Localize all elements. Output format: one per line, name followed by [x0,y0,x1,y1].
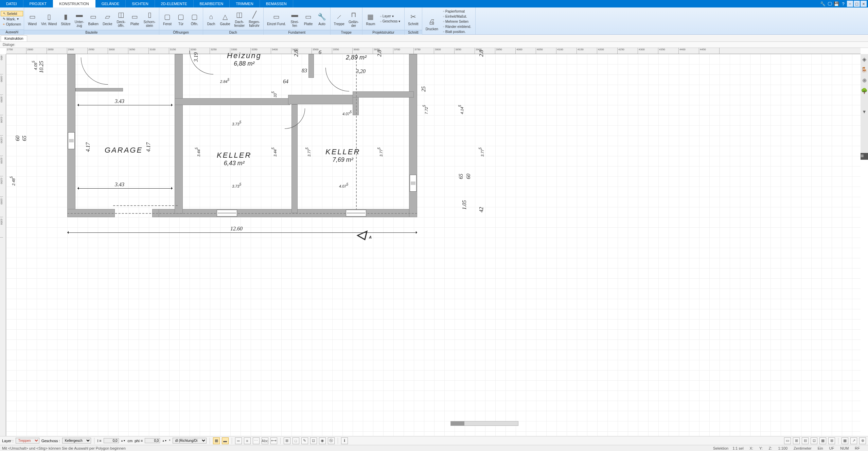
view6-icon[interactable]: ⊞ [828,437,835,444]
virtwand-button[interactable]: ▯Virt. Wand [39,8,59,29]
dachfenster-button[interactable]: ◫Dach-fenster [232,8,247,29]
line2-icon[interactable]: ≡ [244,437,251,444]
wand-button[interactable]: ▭Wand [25,8,39,29]
north-icon[interactable]: Ⓝ [328,437,335,444]
drucken-button[interactable]: 🖨Drucken [424,14,440,35]
sttze-button[interactable]: ▮Stütze [59,8,72,29]
tab-gelände[interactable]: GELÄNDE [95,0,126,7]
streifen-button[interactable]: ▬Strei-fen [288,8,302,29]
auto-button[interactable]: 🔧Auto [315,8,329,29]
length-input[interactable] [104,438,119,443]
mark-button[interactable]: ✎ Mark. ▾ [1,17,23,21]
view1-icon[interactable]: ▭ [784,437,791,444]
layer-select[interactable]: Treppen [16,438,39,444]
dim: 60 [15,136,21,141]
line1-icon[interactable]: ═ [235,437,242,444]
mehrereseiten-button[interactable]: ▫ Mehrere Seiten [441,19,473,24]
save-icon[interactable]: 💾 [833,1,839,7]
hatch-icon[interactable]: ▦ [213,437,220,444]
tab-datei[interactable]: DATEI [0,0,23,7]
help-icon[interactable]: ? [840,1,846,7]
ffn-button[interactable]: ▢Öffn. [188,8,201,29]
minimize-icon[interactable]: − [847,1,853,7]
regenfallrohr-button[interactable]: ╱Regen-fallrohr [247,8,262,29]
dimline [77,105,173,105]
view4-icon[interactable]: ⊡ [811,437,817,444]
snap1-icon[interactable]: ⊡ [310,437,317,444]
line3-icon[interactable]: ⋯ [253,437,260,444]
tree-icon[interactable]: 🌳 [861,88,868,94]
workspace: 2750280028502900295030003050310031503200… [0,48,868,436]
balken-button[interactable]: ▭Balken [86,8,101,29]
tool-icon[interactable]: 🔧 [820,1,826,7]
dach-button[interactable]: ⌂Dach [205,8,218,29]
gelnder-button[interactable]: ⊓Gelän-der [347,8,361,29]
view2-icon[interactable]: ⊞ [793,437,800,444]
selekt-button[interactable]: ↖ Selekt [1,11,23,16]
dim-icon[interactable]: ⟷ [270,437,277,444]
opt1-icon[interactable]: ▦ [842,437,848,444]
bottom-toolbar: Layer : Treppen Geschoss : Kellergesch l… [0,436,868,445]
snap2-icon[interactable]: ◉ [319,437,326,444]
deckffn-button[interactable]: ◫Deck-öffn. [114,8,128,29]
horizontal-scrollbar[interactable] [450,421,518,426]
schornstein-button[interactable]: ▯Schorn-stein [142,8,158,29]
decke-button[interactable]: ▱Decke [101,8,114,29]
blattposition-button[interactable]: ▫ Blatt position. [441,29,473,34]
room-technik: 2,89 m² [346,54,367,61]
tab-bemassen[interactable]: BEMASSEN [260,0,293,7]
drawing-canvas[interactable]: Heizung6,88 m² GARAGE KELLER6,43 m² KELL… [6,54,861,436]
einheitmast-button[interactable]: ▫ Einheit/Maßst. [441,14,473,19]
geschoss-button[interactable]: ▫ Geschoss ▾ [378,19,402,24]
geschoss-select[interactable]: Kellergesch [62,438,91,444]
tab-bearbeiten[interactable]: BEARBEITEN [194,0,230,7]
papierformat-button[interactable]: ▫ Papierformat [441,9,473,14]
fill-icon[interactable]: ▬ [222,437,229,444]
schnitt-button[interactable]: ✂Schnitt [406,8,421,29]
text-icon[interactable]: Abc [262,437,268,444]
collapse-icon[interactable]: ▾ [863,108,866,115]
fenst-button[interactable]: ▢Fenst [161,8,174,29]
einzelfund-button[interactable]: ▭Einzel Fund. [265,8,288,29]
layer-button[interactable]: ▫ Layer ▾ [378,14,402,19]
target-icon[interactable]: ⊕ [862,77,867,84]
close-icon[interactable]: × [861,1,867,7]
grid2-icon[interactable]: □ [293,437,299,444]
dim: 2.8 [293,50,299,57]
tab-projekt[interactable]: PROJEKT [23,0,53,7]
tab-trimmen[interactable]: TRIMMEN [230,0,260,7]
view5-icon[interactable]: ▦ [819,437,826,444]
platte-button[interactable]: ▭Platte [128,8,142,29]
rndereinblend-button[interactable]: ▫ Ränder einblend. [441,24,473,29]
view3-icon[interactable]: ⊟ [802,437,809,444]
opt3-icon[interactable]: ⊗ [859,437,866,444]
tab-sichten[interactable]: SICHTEN [126,0,155,7]
opt2-icon[interactable]: ↗ [850,437,857,444]
info-icon[interactable]: ℹ [341,437,348,444]
angle-input[interactable] [145,438,160,443]
direction-select[interactable]: dl (Richtung/Di [173,438,207,444]
tab-konstruktion[interactable]: KONSTRUKTION [53,0,95,7]
dim: 3,20 [356,68,366,74]
grid1-icon[interactable]: ⊞ [284,437,290,444]
treppe-button[interactable]: ⟋Treppe [332,8,347,29]
dim: 3.43 [115,98,124,104]
tr-button[interactable]: ▢Tür [174,8,188,29]
tab-2d-elemente[interactable]: 2D-ELEMENTE [155,0,194,7]
guide-icon[interactable]: ✎ [301,437,308,444]
dim: 335 [271,91,278,98]
gaube-button[interactable]: △Gaube [218,8,232,29]
handle-icon[interactable]: ≡ [861,153,868,160]
dim: 3.775 [478,148,485,157]
screen-icon[interactable]: 🖵 [827,1,833,7]
unterzug-button[interactable]: ▬Unter-zug [73,8,86,29]
platte-button[interactable]: ▭Platte [302,8,315,29]
furniture-icon[interactable]: 🪑 [861,67,868,73]
maximize-icon[interactable]: □ [854,1,860,7]
raum-button[interactable]: ▦Raum [364,8,377,29]
dim: 3.735 [232,120,241,127]
optionen-button[interactable]: + Optionen [1,22,23,27]
sub-tab-konstruktion[interactable]: Konstruktion [1,35,27,41]
layers-icon[interactable]: ◈ [862,56,866,63]
dim: 12.60 [230,226,243,232]
